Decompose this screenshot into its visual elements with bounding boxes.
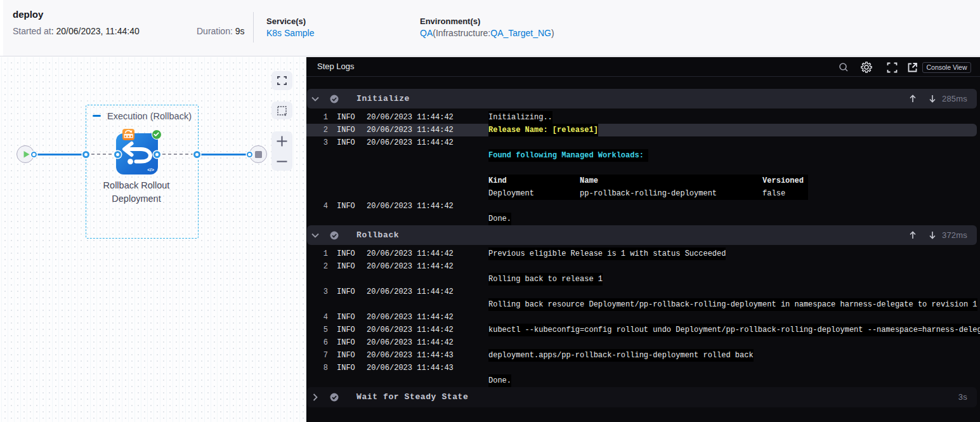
- svg-text:</>: </>: [147, 167, 154, 173]
